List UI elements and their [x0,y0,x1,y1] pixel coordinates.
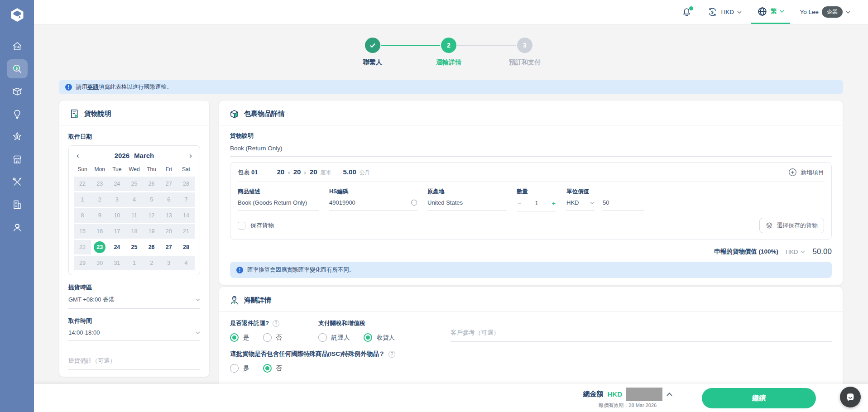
sidebar-item-support[interactable] [7,218,28,237]
continue-button[interactable]: 繼續 [702,388,816,408]
help-icon[interactable]: ? [273,320,279,327]
customer-reference-input[interactable]: 客戶參考（可選） [451,328,832,342]
calendar-day[interactable]: 19 [143,224,160,239]
calendar-day[interactable]: 6 [160,192,177,207]
calendar-day[interactable]: 26 [143,240,160,254]
timezone-select[interactable]: GMT +08:00 香港 [68,292,200,309]
calendar-day[interactable]: 25 [125,240,143,254]
calendar-next-button[interactable]: › [189,152,192,159]
chevron-up-icon[interactable] [667,393,672,396]
calendar-day[interactable]: 27 [160,240,177,254]
sidebar-item-store[interactable] [7,150,28,169]
chat-icon [845,392,855,402]
sidebar-item-tools[interactable] [7,172,28,192]
step-1-label: 聯繫人 [363,58,382,67]
calendar-day[interactable]: 20 [160,224,177,239]
calendar-day[interactable]: 26 [143,177,160,191]
sidebar-item-company[interactable] [7,195,28,214]
calendar-day[interactable]: 16 [91,224,108,239]
chat-widget-button[interactable] [840,387,861,407]
currency-selector[interactable]: $ HKD [701,0,748,24]
duties-consignee-radio[interactable] [364,333,372,342]
pickup-time-select[interactable]: 14:00-18:00 [68,325,200,341]
unit-value-input[interactable]: 50 [603,196,644,211]
notifications-button[interactable] [676,0,698,24]
calendar-day[interactable]: 22 [74,240,91,254]
calendar-day[interactable]: 10 [108,208,125,223]
app-logo-icon[interactable] [8,6,26,24]
calendar-day[interactable]: 25 [125,177,143,191]
declared-value-amount: 50.00 [812,247,832,256]
calendar-day[interactable]: 8 [74,208,91,223]
package-weight[interactable]: 5.00公斤 [343,168,370,177]
calendar-day[interactable]: 21 [177,224,195,239]
user-menu[interactable]: Yo Lee 企業 [794,0,856,24]
calendar-day[interactable]: 28 [177,240,195,254]
calendar-day[interactable]: 7 [177,192,195,207]
select-saved-items-button[interactable]: 選擇保存的貨物 [759,218,824,233]
calendar-day[interactable]: 12 [143,208,160,223]
calendar-day[interactable]: 22 [74,177,91,191]
quantity-increase-icon[interactable]: + [551,199,556,207]
declared-currency-select[interactable]: HKD [786,249,805,255]
calendar-day[interactable]: 11 [125,208,143,223]
calendar-day[interactable]: 23 [91,177,108,191]
isc-yes-radio[interactable] [230,364,239,373]
quantity-value: 1 [535,200,538,206]
calendar-day[interactable]: 1 [74,192,91,207]
unit-currency-select[interactable]: HKD [566,196,595,211]
calendar-day[interactable]: 18 [125,224,143,239]
hs-code-value: 49019900 [329,199,355,206]
goods-description-input[interactable]: Book (Return Only) [230,141,832,157]
sidebar-item-rewards[interactable]: $ [7,127,28,146]
quantity-decrease-icon[interactable]: − [518,199,522,207]
calendar-day[interactable]: 15 [74,224,91,239]
add-item-button[interactable]: 新增項目 [788,168,824,177]
sidebar-item-quote-active[interactable]: $ [7,59,28,78]
sidebar-item-insights[interactable] [7,105,28,124]
calendar-day[interactable]: 2 [91,192,108,207]
return-yes-radio[interactable] [230,333,239,342]
calendar-day[interactable]: 1 [125,256,143,270]
sidebar-item-shipments[interactable] [7,82,28,101]
sidebar-item-home[interactable]: FA [7,37,28,56]
step-3-booking-payment[interactable]: 3 [517,38,532,53]
calendar-day[interactable]: 5 [143,192,160,207]
info-circle-icon[interactable] [411,199,417,206]
help-icon[interactable]: ? [388,351,395,358]
duties-shipper-radio[interactable] [318,333,327,342]
calendar-day[interactable]: 27 [160,177,177,191]
calendar-day[interactable]: 30 [91,256,108,270]
storefront-icon [12,154,23,165]
total-amount-redacted [626,388,662,401]
calendar-day[interactable]: 17 [108,224,125,239]
calendar-day[interactable]: 14 [177,208,195,223]
declared-value-label: 申報的貨物價值 (100%) [714,248,778,256]
calendar-day[interactable]: 4 [177,256,195,270]
calendar-day[interactable]: 4 [125,192,143,207]
calendar-day[interactable]: 2 [143,256,160,270]
step-2-shipping-details[interactable]: 2 [441,38,456,53]
calendar-prev-button[interactable]: ‹ [77,152,79,159]
calendar-day[interactable]: 3 [160,256,177,270]
pickup-remarks-input[interactable]: 提貨備註（可選） [68,353,200,370]
return-no-radio[interactable] [263,333,272,342]
calendar-day[interactable]: 28 [177,177,195,191]
calendar-day[interactable]: 24 [108,240,125,254]
calendar-day[interactable]: 24 [108,177,125,191]
calendar-day[interactable]: 29 [74,256,91,270]
calendar-day[interactable]: 31 [108,256,125,270]
hs-code-input[interactable]: 49019900 [329,196,417,211]
item-description-input[interactable]: Book (Goods Return Only) [238,196,319,211]
language-selector[interactable]: 繁 [751,0,791,24]
origin-select[interactable]: United States [427,196,507,211]
calendar-day[interactable]: 9 [91,208,108,223]
step-1-contacts[interactable] [365,38,380,53]
lightbulb-icon [12,109,23,120]
calendar-day[interactable]: 3 [108,192,125,207]
save-item-checkbox[interactable] [238,222,245,230]
isc-no-radio[interactable] [263,364,272,373]
calendar-day-selected[interactable]: 23 [91,240,108,254]
calendar-day[interactable]: 13 [160,208,177,223]
package-dimensions[interactable]: 20x20x20厘米 [277,168,331,177]
